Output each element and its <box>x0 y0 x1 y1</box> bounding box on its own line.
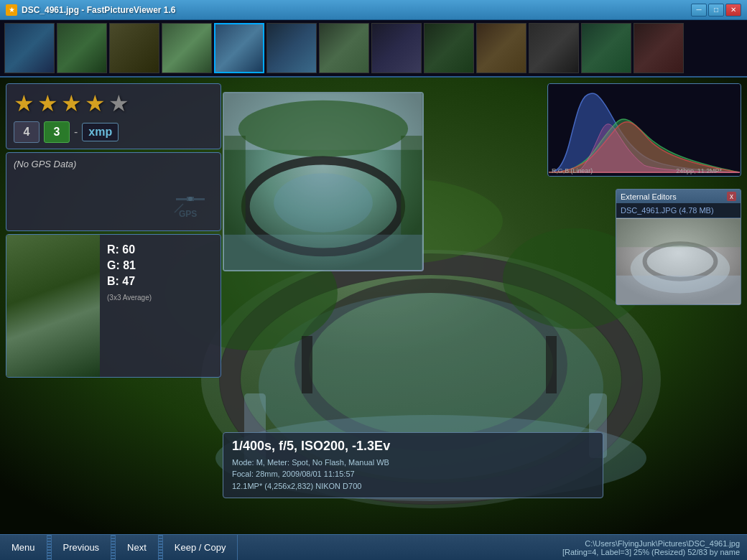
svg-rect-27 <box>401 136 422 235</box>
rating-panel: ★ ★ ★ ★ ★ 4 3 - xmp <box>6 83 221 149</box>
title-bar: ★ DSC_4961.jpg - FastPictureViewer 1.6 ─… <box>0 0 747 20</box>
thumbnail-11[interactable] <box>529 23 579 73</box>
thumbnail-6[interactable] <box>266 23 317 73</box>
info-main-text: 1/400s, f/5, ISO200, -1.3Ev <box>232 439 594 454</box>
svg-rect-16 <box>194 198 205 200</box>
gps-panel: (No GPS Data) GPS <box>6 152 221 231</box>
gps-title: (No GPS Data) <box>14 159 213 169</box>
svg-rect-10 <box>546 336 557 393</box>
external-editors-close-button[interactable]: x <box>727 192 736 201</box>
external-editors-header: External Editors x <box>616 190 741 203</box>
color-average-label: (3x3 Average) <box>107 294 152 302</box>
svg-rect-34 <box>616 276 741 304</box>
info-line1: Mode: M, Meter: Spot, No Flash, Manual W… <box>232 457 594 469</box>
keep-copy-button[interactable]: Keep / Copy <box>163 535 238 560</box>
label-number-box[interactable]: 4 <box>14 121 40 143</box>
thumbnail-9[interactable] <box>424 23 474 73</box>
external-editors-file[interactable]: DSC_4961.JPG (4.78 MB) <box>616 203 741 218</box>
thumbnail-7[interactable] <box>319 23 369 73</box>
external-editors-panel: External Editors x DSC_4961.JPG (4.78 MB… <box>616 189 741 305</box>
gps-icon: GPS <box>169 182 212 225</box>
svg-rect-15 <box>176 198 187 200</box>
color-panel: R: 60 G: 81 B: 47 (3x3 Average) <box>6 234 221 378</box>
thumbnail-4[interactable] <box>162 23 212 73</box>
info-line2: Focal: 28mm, 2009/08/01 11:15:57 <box>232 468 594 480</box>
thumbnail-13[interactable] <box>634 23 684 73</box>
thumbnail-10[interactable] <box>476 23 526 73</box>
green-value: G: 81 <box>107 259 152 272</box>
red-value: R: 60 <box>107 243 152 256</box>
svg-text:GPS: GPS <box>179 209 197 218</box>
svg-rect-35 <box>616 219 741 248</box>
close-button[interactable]: ✕ <box>725 4 741 17</box>
thumbnail-3[interactable] <box>109 23 159 73</box>
external-editors-preview <box>616 218 741 304</box>
status-bar: Menu Previous Next Keep / Copy C:\Users\… <box>0 534 747 560</box>
label-color-box[interactable]: 3 <box>44 121 70 143</box>
stars-row: ★ ★ ★ ★ ★ <box>14 90 213 117</box>
svg-rect-26 <box>224 136 246 235</box>
svg-point-17 <box>188 197 192 201</box>
label-separator: - <box>74 126 78 139</box>
color-values: R: 60 G: 81 B: 47 (3x3 Average) <box>100 235 159 377</box>
main-area: ★ ★ ★ ★ ★ 4 3 - xmp (No GPS Data) <box>0 78 747 534</box>
svg-rect-25 <box>224 235 422 270</box>
histogram-panel: R,G,B (Linear) 24bpp, 11.2MP* <box>547 83 741 177</box>
status-path: C:\Users\FlyingJunk\Pictures\DSC_4961.jp… <box>562 539 740 548</box>
histogram-svg: R,G,B (Linear) 24bpp, 11.2MP* <box>548 84 741 176</box>
previous-button[interactable]: Previous <box>52 535 112 560</box>
window-title: DSC_4961.jpg - FastPictureViewer 1.6 <box>22 5 176 15</box>
title-bar-left: ★ DSC_4961.jpg - FastPictureViewer 1.6 <box>6 4 176 16</box>
svg-text:24bpp, 11.2MP*: 24bpp, 11.2MP* <box>676 167 722 174</box>
thumbnail-2[interactable] <box>57 23 107 73</box>
status-right: C:\Users\FlyingJunk\Pictures\DSC_4961.jp… <box>555 539 747 556</box>
preview-overlay <box>223 92 424 271</box>
app-icon: ★ <box>6 4 17 16</box>
info-box: 1/400s, f/5, ISO200, -1.3Ev Mode: M, Met… <box>223 432 603 499</box>
svg-point-24 <box>274 173 373 233</box>
star-2[interactable]: ★ <box>37 90 58 117</box>
svg-text:R,G,B (Linear): R,G,B (Linear) <box>552 167 593 174</box>
external-editors-title: External Editors <box>621 192 677 201</box>
thumbnail-12[interactable] <box>581 23 631 73</box>
thumbnail-strip <box>0 20 747 78</box>
thumbnail-5-active[interactable] <box>214 23 264 73</box>
svg-rect-9 <box>302 336 312 393</box>
star-3[interactable]: ★ <box>61 90 82 117</box>
star-1[interactable]: ★ <box>14 90 34 117</box>
status-rating-info: [Rating=4, Label=3] 25% (Resized) 52/83 … <box>562 548 740 556</box>
blue-value: B: 47 <box>107 275 152 288</box>
preview-inner <box>224 93 422 270</box>
next-button[interactable]: Next <box>116 535 159 560</box>
info-line3: 12.1MP* (4,256x2,832) NIKON D700 <box>232 480 594 493</box>
xmp-label[interactable]: xmp <box>82 123 119 141</box>
window-controls: ─ □ ✕ <box>691 4 741 17</box>
star-4[interactable]: ★ <box>85 90 106 117</box>
color-preview-swatch <box>6 235 100 377</box>
info-details: Mode: M, Meter: Spot, No Flash, Manual W… <box>232 457 594 493</box>
menu-button[interactable]: Menu <box>0 535 47 560</box>
thumbnail-1[interactable] <box>4 23 55 73</box>
star-5[interactable]: ★ <box>108 90 129 117</box>
minimize-button[interactable]: ─ <box>691 4 707 17</box>
left-panel: ★ ★ ★ ★ ★ 4 3 - xmp (No GPS Data) <box>6 83 221 378</box>
thumbnail-8[interactable] <box>371 23 422 73</box>
svg-point-22 <box>238 101 408 157</box>
maximize-button[interactable]: □ <box>708 4 724 17</box>
labels-row: 4 3 - xmp <box>14 121 213 143</box>
